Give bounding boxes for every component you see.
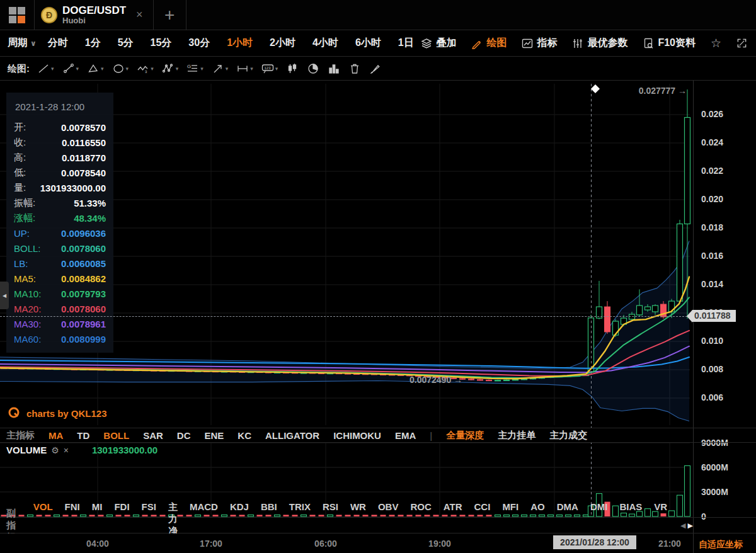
chevron-down-icon[interactable]: ▾: [76, 66, 79, 72]
main-tab-ENE[interactable]: ENE: [205, 430, 224, 441]
chevron-down-icon[interactable]: ▾: [176, 66, 179, 72]
main-tab-MA[interactable]: MA: [49, 430, 63, 441]
adaptive-scale-button[interactable]: 自适应坐标: [699, 539, 743, 550]
main-tab-ICHIMOKU[interactable]: ICHIMOKU: [333, 430, 381, 441]
symbol-tab[interactable]: Ð DOGE/USDT Huobi ×: [35, 0, 154, 30]
trend-line-icon: [37, 62, 50, 75]
period-tab-1分[interactable]: 1分: [85, 37, 101, 50]
period-tab-15分[interactable]: 15分: [151, 37, 172, 50]
period-tab-分时[interactable]: 分时: [48, 37, 68, 50]
draw-tool-candle-overlay[interactable]: [285, 61, 300, 76]
chevron-down-icon[interactable]: ▾: [101, 66, 104, 72]
draw-tool-arrow[interactable]: ▾: [210, 61, 230, 76]
pie-icon: [307, 62, 319, 75]
f10-info-button[interactable]: F10资料: [643, 37, 696, 50]
draw-tool-measure[interactable]: ▾: [235, 61, 255, 76]
draw-tool-trend-line[interactable]: ▾: [36, 61, 55, 76]
draw-tool-ellipse[interactable]: ▾: [111, 61, 130, 76]
ohlc-row-value: 0.0116550: [62, 137, 106, 148]
ohlc-row-label: 收:: [14, 137, 26, 149]
main-tab-ALLIGATOR[interactable]: ALLIGATOR: [265, 430, 319, 441]
layers-icon: [421, 38, 432, 49]
volume-value: 1301933000.00: [92, 445, 158, 455]
close-tab-icon[interactable]: ×: [135, 8, 144, 21]
draw-tool-brush[interactable]: [368, 61, 383, 76]
depth-tab-全量深度[interactable]: 全量深度: [446, 430, 484, 442]
chevron-down-icon[interactable]: ▾: [226, 66, 229, 72]
chevron-down-icon[interactable]: ▾: [275, 66, 278, 72]
main-tab-SAR[interactable]: SAR: [143, 430, 163, 441]
scroll-left-icon[interactable]: ◀: [680, 522, 685, 530]
segment-icon: [62, 62, 75, 75]
ohlc-row: 低:0.0078540: [14, 165, 106, 180]
overlay-button[interactable]: 叠加: [421, 37, 456, 50]
draw-tool-triangle[interactable]: ▾: [86, 61, 105, 76]
period-tab-1小时[interactable]: 1小时: [227, 37, 253, 50]
chevron-down-icon[interactable]: ▾: [51, 66, 54, 72]
chevron-down-icon[interactable]: ▾: [200, 66, 203, 72]
depth-tab-主力挂单[interactable]: 主力挂单: [498, 430, 536, 442]
ohlc-row: BOLL:0.0078060: [14, 241, 106, 256]
time-tick: 19:00: [428, 539, 451, 549]
period-tab-2小时[interactable]: 2小时: [270, 37, 295, 50]
period-tab-1日[interactable]: 1日: [398, 37, 414, 50]
ohlc-row: MA30:0.0078961: [14, 316, 106, 331]
volume-tick: 9000M: [701, 438, 728, 448]
draw-tool-pie[interactable]: [306, 61, 321, 76]
depth-tab-主力成交[interactable]: 主力成交: [549, 430, 587, 442]
draw-button[interactable]: 绘图: [471, 37, 507, 50]
draw-tool-gann[interactable]: G▾: [185, 61, 205, 76]
toolbar-actions: 叠加 绘图 指标 最优参数 F10资料 ☆: [421, 36, 756, 50]
qkl123-watermark[interactable]: charts by QKL123: [8, 406, 107, 420]
drawing-toolbar: 绘图: ▾▾▾▾3▾▾G▾▾▾123▾: [0, 57, 756, 81]
draw-tool-histogram[interactable]: [326, 61, 341, 76]
chevron-down-icon[interactable]: ∨: [30, 39, 37, 48]
volume-tick: 6000M: [701, 462, 728, 472]
panel-collapse-button[interactable]: ◀: [0, 282, 9, 309]
draw-tool-pattern[interactable]: ▾: [161, 61, 180, 76]
ohlc-row-value: 0.0078540: [61, 168, 106, 178]
fullscreen-button[interactable]: [736, 38, 747, 48]
ohlc-row-value: 0.0096036: [61, 228, 106, 239]
period-tab-30分[interactable]: 30分: [188, 37, 210, 50]
chevron-down-icon[interactable]: ▾: [250, 66, 253, 72]
grid-icon: [9, 7, 25, 23]
volume-tick: 0: [701, 511, 706, 522]
draw-tool-callout[interactable]: 123▾: [260, 61, 280, 76]
app-grid-button[interactable]: [0, 0, 35, 30]
draw-tool-wave[interactable]: 3▾: [135, 61, 155, 76]
ohlc-panel: 2021-1-28 12:00 开:0.0078570收:0.0116550高:…: [6, 93, 113, 353]
period-tab-5分[interactable]: 5分: [118, 37, 134, 50]
pattern-icon: [162, 62, 175, 75]
optimal-params-button[interactable]: 最优参数: [572, 37, 627, 50]
ohlc-row: 高:0.0118770: [14, 150, 106, 165]
main-tab-BOLL[interactable]: BOLL: [103, 430, 129, 441]
gear-icon[interactable]: ⚙: [51, 445, 59, 455]
chevron-down-icon[interactable]: ▾: [126, 66, 129, 72]
scroll-right-icon[interactable]: ▶: [688, 522, 693, 530]
volume-title: VOLUME: [6, 445, 47, 455]
main-tab-EMA[interactable]: EMA: [395, 430, 416, 441]
draw-tool-segment[interactable]: ▾: [61, 61, 81, 76]
callout-icon: 123: [261, 62, 274, 75]
main-tab-DC[interactable]: DC: [177, 430, 191, 441]
ohlc-row-value: 0.0078060: [61, 243, 106, 254]
period-tab-4小时[interactable]: 4小时: [312, 37, 338, 50]
ohlc-datetime: 2021-1-28 12:00: [15, 101, 106, 112]
add-tab-button[interactable]: +: [154, 0, 186, 30]
close-icon[interactable]: ×: [64, 445, 69, 455]
price-tick: 0.008: [701, 364, 723, 374]
doge-coin-icon: Ð: [41, 7, 57, 23]
main-tab-TD[interactable]: TD: [77, 430, 89, 441]
ohlc-row-label: MA10:: [14, 288, 41, 299]
ohlc-row-value: 0.0078570: [61, 122, 106, 133]
indicator-button[interactable]: 指标: [522, 37, 557, 50]
chevron-down-icon[interactable]: ▾: [151, 66, 154, 72]
draw-tool-trash[interactable]: [347, 61, 362, 76]
favorite-star-icon[interactable]: ☆: [711, 36, 721, 50]
period-tab-6小时[interactable]: 6小时: [355, 37, 381, 50]
period-label: 周期: [8, 37, 28, 50]
ohlc-row-value: 0.0084862: [61, 273, 106, 284]
main-tab-KC[interactable]: KC: [238, 430, 251, 441]
symbol-name: DOGE/USDT: [62, 5, 126, 16]
